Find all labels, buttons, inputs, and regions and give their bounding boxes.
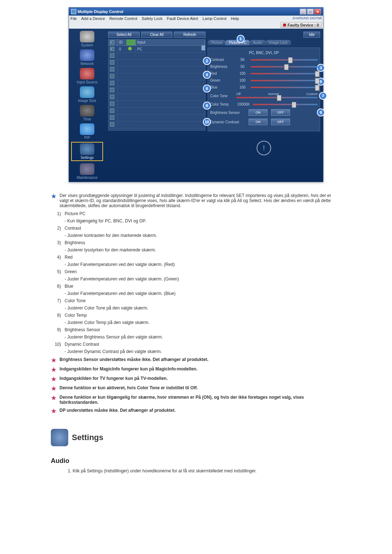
menu-remote-control[interactable]: Remote Control [109,16,137,21]
grid-header-checkbox[interactable] [109,40,118,45]
menu-safety-lock[interactable]: Safety Lock [142,16,162,21]
status-bar: Faulty Device : 0 [69,21,323,29]
sidebar-label: Image Size [78,99,96,103]
menu-fault-device-alert[interactable]: Fault Device Alert [167,16,198,21]
dynamic-contrast-on-button[interactable]: ON [249,119,268,125]
row-checkbox[interactable] [110,108,114,113]
idle-badge: Idle [303,32,320,38]
row-checkbox[interactable] [110,81,114,85]
sidebar-item-system[interactable]: System [73,31,102,47]
row-checkbox[interactable] [110,67,114,71]
table-row[interactable] [109,101,205,108]
select-all-button[interactable]: Select All [108,32,140,38]
row-input: PC [136,46,205,52]
minimize-button[interactable]: _ [300,9,306,15]
table-row[interactable] [109,66,205,73]
row-checkbox[interactable] [110,122,114,127]
center-panel: Select All Clear All Refresh ID Input [105,29,323,182]
sidebar-item-network[interactable]: Network [73,49,102,66]
brightness-sensor-on-button[interactable]: ON [249,109,268,116]
tab-image-lock[interactable]: Image Lock [265,40,291,45]
refresh-button[interactable]: Refresh [174,32,205,38]
brightness-sensor-off-button[interactable]: OFF [271,109,290,116]
app-icon [71,9,76,14]
grid-header-status [127,40,136,45]
row-checkbox[interactable] [110,95,114,99]
table-row[interactable] [109,115,205,122]
callout-9: 9 [317,108,325,116]
slider-green[interactable] [251,79,318,82]
table-row[interactable] [109,122,205,128]
maximize-button[interactable]: □ [307,9,314,15]
section-header: Settings [51,429,341,446]
slider-color-tone[interactable] [236,96,318,99]
slider-blue[interactable] [251,86,318,89]
sidebar-label: Network [81,62,94,66]
menu-file[interactable]: File [70,16,77,21]
table-row[interactable] [109,87,205,94]
table-row[interactable] [109,94,205,101]
table-row[interactable] [109,73,205,80]
callout-6: 6 [203,85,211,93]
tab-picture[interactable]: Picture [208,40,226,45]
list-num: 3) [54,240,61,245]
slider-brightness[interactable] [251,65,318,69]
list-title: Contrast [65,226,341,231]
main-area: System Network Input Source Image Size T… [69,29,323,182]
star-icon: ★ [51,395,57,401]
menubar: File Add a Device Remote Control Safety … [69,16,323,21]
row-checkbox[interactable] [110,102,114,106]
callout-8: 8 [203,102,211,110]
table-row[interactable] [109,53,205,59]
row-checkbox[interactable] [110,53,114,58]
note-text: Indgangskilden for TV fungerer kun på TV… [60,376,168,381]
slider-contrast[interactable] [251,58,318,62]
list-num: 10) [54,342,61,347]
table-row[interactable] [109,59,205,66]
close-button[interactable]: ✕ [314,9,321,15]
slider-red[interactable] [251,72,318,75]
system-icon [80,31,94,42]
pip-icon [80,123,94,135]
scrollbar[interactable] [201,45,205,50]
tabs: 1 Picture Picture PC Audio Image Lock [208,40,320,45]
sidebar-item-pip[interactable]: PIP [73,123,102,140]
dynamic-contrast-off-button[interactable]: OFF [271,119,290,125]
list-desc: - Juster Farvetemperaturen ved den valgt… [65,262,341,267]
row-checkbox[interactable] [110,47,114,51]
label-green: Green [210,78,234,82]
star-icon: ★ [51,385,57,392]
note-text: Indgangskilden for MagicInfo fungerer ku… [60,366,197,372]
sidebar-item-time[interactable]: Time [73,105,102,121]
list-title: Color Tone [65,298,341,303]
table-row[interactable] [109,80,205,87]
tab-audio[interactable]: Audio [249,40,266,45]
table-row[interactable]: 0 PC [109,46,205,53]
sidebar-item-settings[interactable]: Settings [71,142,103,161]
table-row[interactable] [109,108,205,115]
slider-color-temp[interactable] [253,103,318,106]
menu-help[interactable]: Help [231,16,239,21]
clear-all-button[interactable]: Clear All [141,32,173,38]
row-checkbox[interactable] [110,74,114,78]
sidebar-item-input-source[interactable]: Input Source [73,68,102,84]
sidebar: System Network Input Source Image Size T… [69,29,105,182]
list-num: 6) [54,284,61,289]
sidebar-item-image-size[interactable]: Image Size [73,86,102,103]
list-title: Dynamic Contrast [65,342,341,347]
row-checkbox[interactable] [110,88,114,92]
value-contrast: 56 [236,58,249,62]
menu-add-device[interactable]: Add a Device [81,16,105,21]
list-desc: - Justerer kontrasten for den markerede … [65,233,341,238]
sidebar-item-maintenance[interactable]: Maintenance [73,163,102,180]
star-icon: ★ [51,357,57,364]
row-checkbox[interactable] [110,60,114,65]
row-checkbox[interactable] [110,115,114,120]
faulty-device-badge: Faulty Device : 0 [281,22,322,28]
network-icon [80,49,94,61]
label-red: Red [210,71,234,75]
list-desc: - Justerer lysstyrken for den markerede … [65,247,341,253]
list-num: 7) [54,298,61,303]
menu-lamp-control[interactable]: Lamp Control [203,16,226,21]
brand-logo: SAMSUNG DIGITall [293,16,322,21]
